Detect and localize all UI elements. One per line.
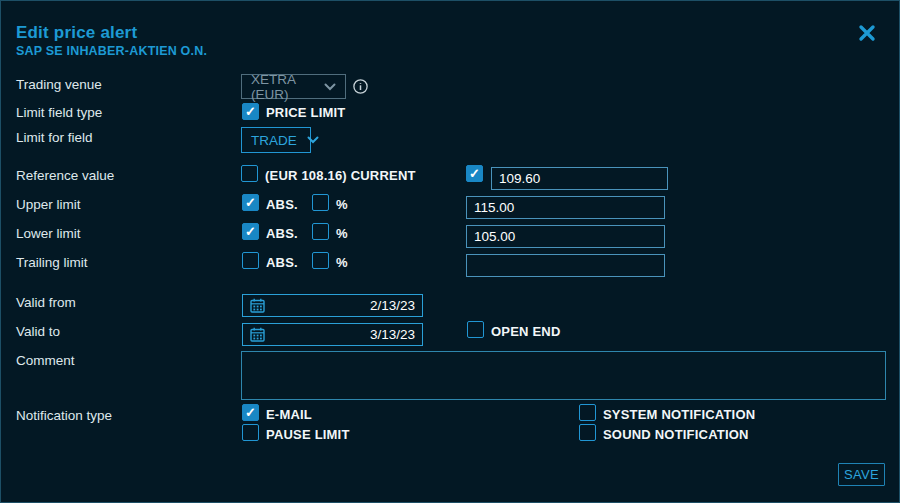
reference-current-label: (EUR 108.16) CURRENT [265, 168, 416, 183]
instrument-name: SAP SE INHABER-AKTIEN O.N. [16, 44, 207, 58]
label-trading-venue: Trading venue [16, 76, 102, 93]
pause-limit-label: PAUSE LIMIT [266, 427, 350, 442]
lower-limit-pct-checkbox[interactable] [312, 223, 329, 240]
reference-value-input[interactable] [491, 167, 668, 190]
valid-from-value: 2/13/23 [370, 298, 415, 313]
valid-to-value: 3/13/23 [370, 327, 415, 342]
lower-limit-pct-label: % [336, 226, 348, 241]
pause-limit-checkbox[interactable] [242, 424, 259, 441]
email-checkbox[interactable] [242, 404, 259, 421]
upper-limit-pct-label: % [336, 197, 348, 212]
save-button[interactable]: SAVE [838, 463, 885, 486]
close-button[interactable] [853, 19, 881, 47]
label-valid-from: Valid from [16, 294, 76, 311]
valid-from-datepicker[interactable]: 2/13/23 [242, 294, 423, 317]
lower-limit-abs-label: ABS. [266, 226, 298, 241]
upper-limit-abs-label: ABS. [266, 197, 298, 212]
lower-limit-input[interactable] [466, 225, 665, 248]
limit-for-field-select[interactable]: TRADE [241, 127, 311, 153]
label-lower-limit: Lower limit [16, 225, 81, 242]
trailing-limit-input[interactable] [466, 254, 665, 277]
price-limit-checkbox[interactable] [242, 103, 259, 120]
label-limit-field-type: Limit field type [16, 104, 102, 121]
reference-current-checkbox[interactable] [241, 165, 258, 182]
system-notification-label: SYSTEM NOTIFICATION [603, 407, 755, 422]
chevron-down-icon [324, 83, 336, 91]
close-icon [858, 24, 876, 42]
trailing-limit-pct-checkbox[interactable] [312, 252, 329, 269]
upper-limit-pct-checkbox[interactable] [312, 194, 329, 211]
label-reference-value: Reference value [16, 167, 114, 184]
limit-for-field-value: TRADE [251, 133, 297, 148]
open-end-checkbox[interactable] [467, 321, 484, 338]
trailing-limit-abs-checkbox[interactable] [242, 252, 259, 269]
upper-limit-input[interactable] [466, 196, 665, 219]
calendar-icon [250, 327, 265, 342]
label-limit-for-field: Limit for field [16, 129, 93, 146]
chevron-down-icon [307, 136, 319, 144]
edit-price-alert-dialog: Edit price alert SAP SE INHABER-AKTIEN O… [0, 0, 900, 503]
price-limit-label: PRICE LIMIT [266, 105, 345, 120]
sound-notification-label: SOUND NOTIFICATION [603, 427, 749, 442]
system-notification-checkbox[interactable] [579, 404, 596, 421]
dialog-title: Edit price alert [16, 23, 137, 43]
reference-custom-checkbox[interactable] [466, 165, 483, 182]
valid-to-datepicker[interactable]: 3/13/23 [242, 323, 423, 346]
info-icon [353, 79, 368, 98]
trading-venue-select[interactable]: XETRA (EUR) [241, 74, 346, 99]
trading-venue-value: XETRA (EUR) [251, 72, 314, 102]
label-notification-type: Notification type [16, 407, 112, 424]
email-label: E-MAIL [266, 407, 312, 422]
label-upper-limit: Upper limit [16, 196, 81, 213]
label-trailing-limit: Trailing limit [16, 254, 88, 271]
label-comment: Comment [16, 352, 75, 369]
trailing-limit-pct-label: % [336, 255, 348, 270]
lower-limit-abs-checkbox[interactable] [242, 223, 259, 240]
label-valid-to: Valid to [16, 323, 60, 340]
sound-notification-checkbox[interactable] [579, 424, 596, 441]
trailing-limit-abs-label: ABS. [266, 255, 298, 270]
comment-textarea[interactable] [241, 351, 886, 400]
upper-limit-abs-checkbox[interactable] [242, 194, 259, 211]
calendar-icon [250, 298, 265, 313]
open-end-label: OPEN END [491, 324, 561, 339]
